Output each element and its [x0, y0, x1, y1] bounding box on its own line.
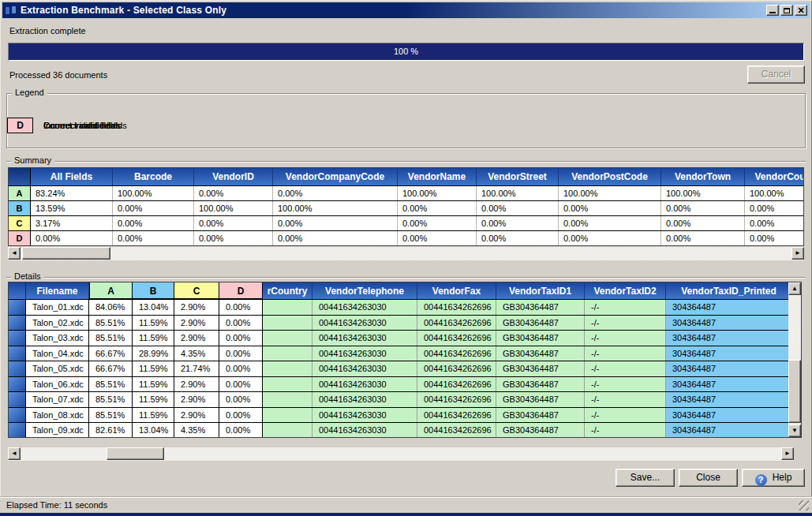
scroll-left-icon: ◄	[11, 249, 17, 256]
d-percent-cell: 0.00%	[219, 300, 263, 315]
summary-column-header[interactable]: VendorID	[194, 168, 273, 185]
details-row[interactable]: Talon_04.xdc 66.67% 28.99% 4.35% 0.00% 0…	[9, 346, 790, 362]
scroll-up-button[interactable]: ▲	[788, 282, 801, 295]
summary-column-header[interactable]: VendorStreet	[477, 168, 559, 185]
details-column-header[interactable]: VendorFax	[417, 282, 496, 299]
summary-column-header[interactable]: VendorCompanyCode	[273, 168, 398, 185]
filename-cell: Talon_03.xdc	[26, 331, 89, 346]
summary-cell: 100.00%	[194, 201, 273, 215]
vendor-taxid2-cell: -/-	[585, 300, 666, 315]
vendor-taxid2-cell: -/-	[585, 392, 666, 407]
close-button[interactable]: ✕	[795, 5, 807, 16]
details-column-header-d[interactable]: D	[219, 282, 263, 299]
details-row[interactable]: Talon_06.xdc 85.51% 11.59% 2.90% 0.00% 0…	[9, 377, 790, 393]
summary-cell: 0.00%	[273, 186, 398, 200]
row-selector[interactable]	[9, 316, 26, 331]
maximize-button[interactable]	[780, 5, 793, 16]
row-selector[interactable]	[9, 300, 26, 315]
summary-corner-cell	[9, 168, 31, 185]
details-column-header[interactable]: Filename	[26, 282, 89, 299]
details-column-header-a[interactable]: A	[89, 282, 133, 299]
row-selector[interactable]	[9, 346, 26, 361]
scroll-right-button[interactable]: ►	[791, 247, 804, 260]
details-column-header-b[interactable]: B	[133, 282, 174, 299]
details-row[interactable]: Talon_01.xdc 84.06% 13.04% 2.90% 0.00% 0…	[9, 300, 790, 316]
help-button[interactable]: ?Help	[742, 469, 805, 487]
vendor-taxid-printed-cell: 304364487	[666, 423, 790, 437]
vendor-telephone-cell: 00441634263030	[312, 361, 417, 376]
details-column-header[interactable]: VendorTaxID2	[585, 282, 666, 299]
summary-row-key: D	[9, 231, 31, 245]
summary-cell: 0.00%	[273, 231, 398, 245]
details-column-header[interactable]: VendorTelephone	[312, 282, 417, 299]
summary-column-header[interactable]: VendorPostCode	[559, 168, 661, 185]
d-percent-cell: 0.00%	[219, 331, 263, 346]
summary-column-header[interactable]: VendorTown	[661, 168, 745, 185]
vendor-telephone-cell: 00441634263030	[312, 423, 417, 437]
details-column-header[interactable]: rCountry	[263, 282, 312, 299]
resize-grip[interactable]	[799, 500, 809, 510]
row-selector[interactable]	[9, 331, 26, 346]
row-selector[interactable]	[9, 392, 26, 407]
details-hscrollbar[interactable]: ◄ ►	[8, 447, 794, 461]
progress-bar: 100 %	[8, 43, 804, 61]
details-column-header[interactable]: VendorTaxID1	[496, 282, 585, 299]
details-column-header[interactable]: VendorTaxID_Printed	[666, 282, 790, 299]
row-selector[interactable]	[9, 377, 26, 392]
vendor-taxid-printed-cell: 304364487	[666, 392, 790, 407]
a-percent-cell: 66.67%	[89, 361, 133, 376]
details-section-divider: Details	[6, 277, 806, 279]
summary-hscroll-thumb[interactable]	[22, 247, 110, 260]
summary-hscrollbar[interactable]: ◄ ►	[8, 247, 804, 260]
summary-cell: 0.00%	[745, 216, 804, 230]
details-column-header-c[interactable]: C	[174, 282, 219, 299]
dialog-window: Extraction Benchmark - Selected Class On…	[0, 0, 812, 516]
details-row[interactable]: Talon_08.xdc 85.51% 11.59% 2.90% 0.00% 0…	[9, 408, 790, 424]
details-header-row: Filename A B C D rCountry VendorTelephon…	[9, 282, 790, 300]
c-percent-cell: 2.90%	[174, 392, 219, 407]
details-vscrollbar[interactable]: ▲ ▼	[788, 282, 801, 437]
summary-column-header[interactable]: VendorName	[398, 168, 477, 185]
vendor-taxid1-cell: GB304364487	[496, 361, 585, 376]
details-row[interactable]: Talon_03.xdc 85.51% 11.59% 2.90% 0.00% 0…	[9, 331, 790, 346]
vendor-taxid1-cell: GB304364487	[496, 392, 585, 407]
summary-cell: 100.00%	[273, 201, 398, 215]
vendor-fax-cell: 00441634262696	[417, 392, 496, 407]
a-percent-cell: 84.06%	[89, 300, 133, 315]
vendor-taxid2-cell: -/-	[585, 331, 666, 346]
details-row[interactable]: Talon_07.xdc 85.51% 11.59% 2.90% 0.00% 0…	[9, 392, 790, 408]
summary-cell: 0.00%	[745, 231, 804, 245]
save-button[interactable]: Save...	[616, 469, 675, 487]
cancel-button[interactable]: Cancel	[747, 65, 805, 84]
scroll-left-icon: ◄	[11, 450, 17, 457]
summary-column-header[interactable]: All Fields	[31, 168, 113, 185]
minimize-button[interactable]	[766, 5, 779, 16]
vendor-fax-cell: 00441634262696	[417, 408, 496, 423]
title-bar[interactable]: Extraction Benchmark - Selected Class On…	[2, 2, 810, 18]
vendor-taxid2-cell: -/-	[585, 377, 666, 392]
scroll-right-button[interactable]: ►	[781, 447, 794, 460]
summary-title: Summary	[11, 155, 54, 165]
scroll-left-button[interactable]: ◄	[8, 247, 21, 260]
details-hscroll-thumb[interactable]	[107, 447, 164, 460]
details-row[interactable]: Talon_09.xdc 82.61% 13.04% 4.35% 0.00% 0…	[9, 423, 790, 437]
summary-column-header[interactable]: VendorCou	[745, 168, 804, 185]
close-icon: ✕	[797, 6, 804, 14]
row-selector[interactable]	[9, 361, 26, 376]
vendor-telephone-cell: 00441634263030	[312, 408, 417, 423]
filename-cell: Talon_04.xdc	[26, 346, 89, 361]
details-row[interactable]: Talon_02.xdc 85.51% 11.59% 2.90% 0.00% 0…	[9, 316, 790, 331]
summary-cell: 0.00%	[661, 231, 745, 245]
summary-row-key: A	[9, 186, 31, 200]
row-selector[interactable]	[9, 408, 26, 423]
row-selector[interactable]	[9, 423, 26, 437]
details-vscroll-thumb[interactable]	[788, 360, 801, 423]
close-dialog-button[interactable]: Close	[679, 469, 738, 487]
summary-cell: 0.00%	[398, 216, 477, 230]
scroll-left-button[interactable]: ◄	[8, 447, 21, 460]
filename-cell: Talon_07.xdc	[26, 392, 89, 407]
details-row[interactable]: Talon_05.xdc 66.67% 11.59% 21.74% 0.00% …	[9, 361, 790, 377]
c-percent-cell: 2.90%	[174, 300, 219, 315]
scroll-down-button[interactable]: ▼	[788, 424, 801, 437]
summary-column-header[interactable]: Barcode	[113, 168, 194, 185]
